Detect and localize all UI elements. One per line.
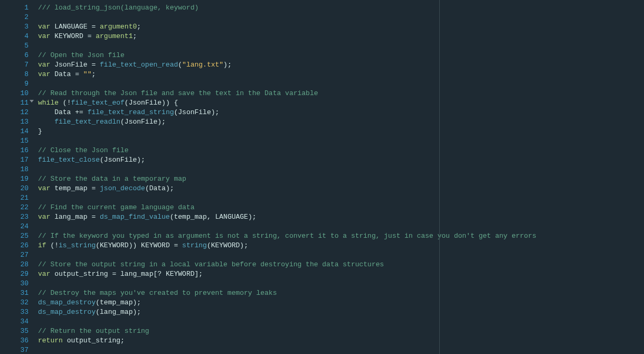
code-line[interactable]: var JsonFile = file_text_open_read("lang…: [38, 60, 644, 70]
line-number[interactable]: 19: [0, 174, 32, 184]
line-number[interactable]: 29: [0, 269, 32, 279]
line-number[interactable]: 14: [0, 127, 32, 136]
code-line[interactable]: if (!is_string(KEYWORD)) KEYWORD = strin…: [38, 241, 644, 250]
code-line[interactable]: [38, 41, 644, 51]
code-line[interactable]: [38, 222, 644, 231]
code-line[interactable]: // Return the output string: [38, 327, 644, 336]
line-number[interactable]: 8: [0, 70, 32, 79]
code-line[interactable]: [38, 250, 644, 260]
line-number[interactable]: 17: [0, 155, 32, 165]
line-number[interactable]: 24: [0, 222, 32, 231]
line-number[interactable]: 34: [0, 317, 32, 327]
line-number[interactable]: 36: [0, 336, 32, 346]
line-number[interactable]: 3: [0, 22, 32, 32]
token-kw: argument0: [100, 23, 137, 31]
token-kw: var: [38, 270, 50, 278]
line-number[interactable]: 28: [0, 260, 32, 269]
line-number[interactable]: 15: [0, 136, 32, 146]
code-line[interactable]: // Open the Json file: [38, 51, 644, 60]
code-line[interactable]: var temp_map = json_decode(Data);: [38, 184, 644, 193]
token-pun: ;: [132, 32, 137, 40]
line-number[interactable]: 33: [0, 308, 32, 317]
code-line[interactable]: ds_map_destroy(lang_map);: [38, 308, 644, 317]
code-line[interactable]: [38, 193, 644, 203]
line-number[interactable]: 4: [0, 32, 32, 41]
line-number[interactable]: 18: [0, 165, 32, 174]
line-number[interactable]: 37: [0, 346, 32, 354]
line-number-gutter[interactable]: 1234567891011121314151617181920212223242…: [0, 0, 32, 354]
code-line[interactable]: var KEYWORD = argument1;: [38, 32, 644, 41]
code-line[interactable]: [38, 165, 644, 174]
line-number[interactable]: 26: [0, 241, 32, 250]
code-editor[interactable]: 1234567891011121314151617181920212223242…: [0, 0, 644, 354]
code-line[interactable]: // Find the current game language data: [38, 203, 644, 212]
token-str: "lang.txt": [182, 61, 223, 69]
token-pun: )): [162, 99, 174, 107]
line-number[interactable]: 30: [0, 279, 32, 288]
code-line[interactable]: // Read through the Json file and save t…: [38, 89, 644, 98]
code-line[interactable]: }: [38, 127, 644, 136]
code-area[interactable]: /// load_string_json(language, keyword)v…: [32, 0, 644, 354]
token-pun: ,: [207, 213, 215, 221]
token-id: lang_map: [54, 213, 87, 221]
code-line[interactable]: var output_string = lang_map[? KEYWORD];: [38, 269, 644, 279]
token-op: =: [88, 184, 100, 192]
code-line[interactable]: // Store the data in a temporary map: [38, 174, 644, 184]
token-pun: (: [96, 299, 100, 306]
line-number[interactable]: 32: [0, 298, 32, 308]
line-number[interactable]: 27: [0, 250, 32, 260]
code-line[interactable]: var LANGUAGE = argument0;: [38, 22, 644, 32]
line-number[interactable]: 16: [0, 146, 32, 155]
line-number[interactable]: 20: [0, 184, 32, 193]
line-number[interactable]: 31: [0, 288, 32, 298]
line-number[interactable]: 2: [0, 13, 32, 22]
line-number[interactable]: 25: [0, 231, 32, 241]
line-number[interactable]: 9: [0, 79, 32, 89]
code-line[interactable]: /// load_string_json(language, keyword): [38, 3, 644, 13]
line-number[interactable]: 35: [0, 327, 32, 336]
token-id: lang_map: [120, 270, 153, 278]
line-number[interactable]: 11: [0, 98, 32, 108]
token-id: temp_map: [54, 184, 87, 192]
code-line[interactable]: [38, 13, 644, 22]
code-line[interactable]: // Store the output string in a local va…: [38, 260, 644, 269]
code-line[interactable]: [38, 279, 644, 288]
token-cm: // Store the output string in a local va…: [38, 260, 384, 268]
line-number[interactable]: 22: [0, 203, 32, 212]
token-pun: ;: [137, 308, 141, 316]
line-number[interactable]: 7: [0, 60, 32, 70]
line-number[interactable]: 6: [0, 51, 32, 60]
line-number[interactable]: 1: [0, 3, 32, 13]
code-line[interactable]: file_text_readln(JsonFile);: [38, 117, 644, 127]
token-id: Data: [54, 108, 71, 116]
token-op: =: [170, 241, 182, 249]
code-line[interactable]: [38, 136, 644, 146]
code-line[interactable]: [38, 346, 644, 354]
token-fn: file_text_readln: [54, 118, 120, 126]
line-number[interactable]: 13: [0, 117, 32, 127]
code-line[interactable]: ds_map_destroy(temp_map);: [38, 298, 644, 308]
code-line[interactable]: // If the keyword you typed in as argume…: [38, 231, 644, 241]
code-line[interactable]: // Close the Json file: [38, 146, 644, 155]
code-line[interactable]: file_text_close(JsonFile);: [38, 155, 644, 165]
token-pun: (: [96, 241, 100, 249]
line-number[interactable]: 12: [0, 108, 32, 117]
code-line[interactable]: [38, 79, 644, 89]
token-fn: file_text_eof: [71, 99, 124, 107]
line-number[interactable]: 21: [0, 193, 32, 203]
code-line[interactable]: var lang_map = ds_map_find_value(temp_ma…: [38, 212, 644, 222]
code-line[interactable]: // Destroy the maps you've created to pr…: [38, 288, 644, 298]
token-id: KEYWORD: [166, 270, 195, 278]
code-line[interactable]: [38, 317, 644, 327]
code-line[interactable]: var Data = "";: [38, 70, 644, 79]
token-pun: ): [223, 61, 228, 69]
token-pun: ;: [91, 70, 96, 78]
code-line[interactable]: while (!file_text_eof(JsonFile)) {: [38, 98, 644, 108]
line-number[interactable]: 10: [0, 89, 32, 98]
line-number[interactable]: 23: [0, 212, 32, 222]
token-kw: while: [38, 99, 59, 107]
token-pl: [38, 108, 54, 116]
line-number[interactable]: 5: [0, 41, 32, 51]
code-line[interactable]: return output_string;: [38, 336, 644, 346]
code-line[interactable]: Data += file_text_read_string(JsonFile);: [38, 108, 644, 117]
